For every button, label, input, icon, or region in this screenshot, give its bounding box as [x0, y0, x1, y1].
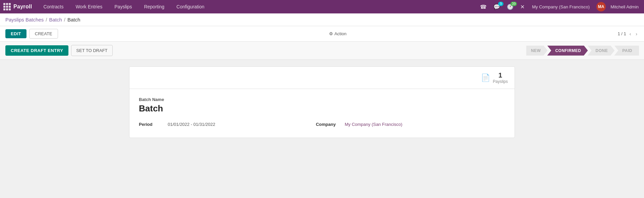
- pagination: 1 / 1 ‹ ›: [618, 31, 639, 37]
- record-card: 📄 1 Payslips Batch Name Batch Period 01/…: [129, 66, 515, 138]
- pipeline-step-confirmed[interactable]: CONFIRMED: [547, 46, 588, 56]
- menu-item-configuration[interactable]: Configuration: [170, 0, 210, 13]
- breadcrumb-separator-2: /: [64, 17, 65, 22]
- phone-icon[interactable]: ☎: [478, 2, 489, 11]
- menu-item-reporting[interactable]: Reporting: [138, 0, 170, 13]
- breadcrumb-current: Batch: [67, 17, 80, 22]
- user-name: Mitchell Admin: [608, 4, 641, 9]
- edit-button[interactable]: EDIT: [5, 29, 26, 38]
- pagination-prev[interactable]: ‹: [628, 31, 633, 37]
- notifications-icon[interactable]: 💬 9: [491, 2, 502, 11]
- top-menu: Contracts Work Entries Payslips Reportin…: [37, 0, 478, 13]
- user-avatar[interactable]: MA: [596, 2, 606, 11]
- period-label: Period: [139, 122, 162, 127]
- payslip-icon: 📄: [481, 73, 490, 82]
- payslips-label: Payslips: [493, 79, 508, 84]
- period-value: 01/01/2022 - 01/31/2022: [168, 122, 215, 127]
- app-name: Payroll: [13, 4, 32, 10]
- gear-icon: ⚙: [329, 31, 333, 36]
- notifications-badge: 9: [498, 2, 503, 6]
- company-field: Company My Company (San Francisco): [316, 122, 402, 127]
- app-logo[interactable]: Payroll: [3, 3, 32, 10]
- company-label: Company: [316, 122, 339, 127]
- batch-name-value: Batch: [139, 103, 505, 114]
- create-draft-entry-button[interactable]: CREATE DRAFT ENTRY: [5, 45, 68, 56]
- close-icon[interactable]: ✕: [518, 2, 527, 11]
- action-button[interactable]: ⚙ Action: [329, 31, 346, 36]
- clock-icon[interactable]: 🕐 39: [505, 2, 516, 11]
- pagination-next[interactable]: ›: [634, 31, 639, 37]
- action-label: Action: [334, 31, 346, 36]
- period-field: Period 01/01/2022 - 01/31/2022: [139, 122, 215, 127]
- main-content: 📄 1 Payslips Batch Name Batch Period 01/…: [0, 60, 644, 145]
- top-navigation: Payroll Contracts Work Entries Payslips …: [0, 0, 644, 13]
- breadcrumb: Payslips Batches / Batch / Batch: [0, 13, 644, 26]
- company-value[interactable]: My Company (San Francisco): [345, 122, 402, 127]
- batch-name-label: Batch Name: [139, 97, 505, 102]
- menu-item-contracts[interactable]: Contracts: [37, 0, 69, 13]
- pagination-count: 1 / 1: [618, 31, 626, 36]
- toolbar: EDIT CREATE ⚙ Action 1 / 1 ‹ ›: [0, 26, 644, 42]
- set-to-draft-button[interactable]: SET TO DRAFT: [71, 45, 112, 56]
- breadcrumb-separator-1: /: [46, 17, 47, 22]
- menu-item-payslips[interactable]: Payslips: [108, 0, 138, 13]
- payslips-number: 1: [498, 71, 502, 79]
- record-card-top: 📄 1 Payslips: [129, 67, 515, 89]
- payslips-count-widget[interactable]: 📄 1 Payslips: [481, 71, 508, 84]
- company-name: My Company (San Francisco): [529, 4, 592, 9]
- pipeline-step-new[interactable]: NEW: [526, 46, 548, 56]
- pipeline-step-paid[interactable]: PAID: [614, 46, 639, 56]
- top-nav-right: ☎ 💬 9 🕐 39 ✕ My Company (San Francisco) …: [478, 2, 641, 11]
- menu-item-work-entries[interactable]: Work Entries: [69, 0, 108, 13]
- status-bar: CREATE DRAFT ENTRY SET TO DRAFT NEW CONF…: [0, 42, 644, 60]
- clock-badge: 39: [511, 2, 517, 6]
- breadcrumb-batch[interactable]: Batch: [49, 17, 62, 22]
- record-card-body: Batch Name Batch Period 01/01/2022 - 01/…: [129, 89, 515, 138]
- grid-menu-icon[interactable]: [3, 3, 11, 10]
- pipeline-step-done[interactable]: DONE: [588, 46, 615, 56]
- create-button[interactable]: CREATE: [29, 29, 58, 39]
- status-pipeline: NEW CONFIRMED DONE PAID: [526, 46, 639, 56]
- breadcrumb-payslips-batches[interactable]: Payslips Batches: [5, 17, 44, 22]
- record-fields: Period 01/01/2022 - 01/31/2022 Company M…: [139, 122, 505, 127]
